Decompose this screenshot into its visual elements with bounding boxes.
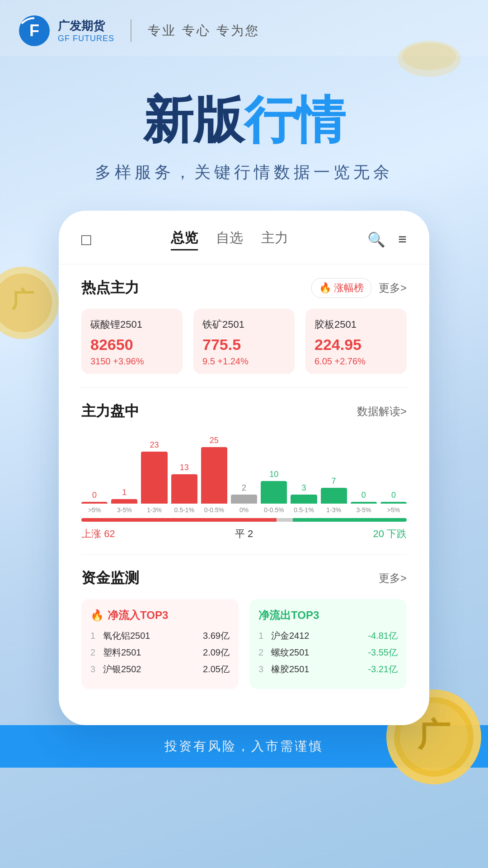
capital-more-link[interactable]: 更多>	[379, 571, 407, 585]
phone-mockup: □ 总览 自选 主力 🔍 ≡ 热点主力 🔥 涨幅榜 更多> 碳酸锂2501	[59, 211, 429, 725]
bar-9	[351, 502, 377, 504]
hot-card-1-change: 9.5 +1.24%	[202, 356, 286, 367]
chart-section-header: 主力盘中 数据解读>	[81, 401, 407, 421]
bar-chart: 0>5%13-5%231-3%130.5-1%250-0.5%20%100-0.…	[81, 432, 407, 514]
outflow-value-2: -3.21亿	[368, 663, 398, 675]
bar-4	[201, 447, 227, 504]
hot-card-1-name: 铁矿2501	[202, 318, 286, 331]
hot-card-0-name: 碳酸锂2501	[90, 318, 174, 331]
bar-label-bottom-6: 0-0.5%	[264, 506, 284, 514]
bar-label-bottom-3: 0.5-1%	[174, 506, 194, 514]
bar-6	[261, 481, 287, 504]
bar-group-1: 13-5%	[111, 488, 137, 514]
bar-group-9: 03-5%	[351, 491, 377, 514]
hero-subtitle: 多样服务，关键行情数据一览无余	[18, 161, 470, 184]
inflow-row-2: 3 沪银2502 2.05亿	[90, 663, 230, 675]
nav-tabs: 总览 自选 主力	[171, 229, 288, 250]
footer-text: 投资有风险，入市需谨慎	[164, 739, 324, 753]
outflow-rank-2: 3	[258, 664, 267, 675]
inflow-name-0: 氧化铝2501	[103, 630, 203, 642]
outflow-name-2: 橡胶2501	[271, 663, 368, 675]
outflow-card-title: 净流出TOP3	[258, 608, 398, 623]
bar-label-top-2: 23	[150, 440, 159, 450]
chart-more-link[interactable]: 数据解读>	[357, 404, 407, 419]
bar-label-bottom-9: 3-5%	[356, 506, 371, 514]
hot-card-1[interactable]: 铁矿2501 775.5 9.5 +1.24%	[193, 309, 295, 374]
bar-label-top-8: 7	[332, 476, 336, 486]
svg-text:F: F	[29, 21, 39, 40]
chart-legend: 上涨 62 平 2 20 下跌	[81, 527, 407, 541]
bar-label-bottom-8: 1-3%	[326, 506, 341, 514]
capital-section-title: 资金监测	[81, 568, 139, 588]
hot-card-1-price: 775.5	[202, 336, 286, 354]
hot-card-0-change: 3150 +3.96%	[90, 356, 174, 367]
outflow-name-1: 螺纹2501	[271, 646, 368, 659]
svg-text:广: 广	[417, 717, 450, 753]
hot-card-0[interactable]: 碳酸锂2501 82650 3150 +3.96%	[81, 309, 183, 374]
inflow-rank-2: 3	[90, 664, 99, 675]
chart-section: 主力盘中 数据解读> 0>5%13-5%231-3%130.5-1%250-0.…	[59, 388, 429, 554]
outflow-value-1: -3.55亿	[368, 646, 398, 659]
bar-label-top-4: 25	[210, 436, 219, 445]
hot-section: 热点主力 🔥 涨幅榜 更多> 碳酸锂2501 82650 3150 +3.96%…	[59, 264, 429, 387]
outflow-rank-1: 2	[258, 647, 267, 658]
inflow-value-1: 2.09亿	[203, 646, 230, 659]
tab-overview[interactable]: 总览	[171, 229, 198, 250]
menu-icon[interactable]: ≡	[398, 231, 407, 248]
folder-icon[interactable]: □	[81, 230, 91, 249]
bar-label-top-10: 0	[391, 491, 396, 500]
bar-2	[141, 452, 167, 504]
bar-label-top-3: 13	[180, 463, 189, 472]
hero-title-dark: 新版	[143, 92, 244, 148]
bar-label-bottom-5: 0%	[239, 506, 249, 514]
brand-name: 广发期货	[58, 18, 114, 34]
bar-group-2: 231-3%	[141, 440, 167, 514]
legend-rise: 上涨 62	[81, 527, 115, 541]
bar-label-top-0: 0	[92, 491, 97, 500]
bar-group-10: 0>5%	[380, 491, 407, 514]
legend-flat: 平 2	[235, 527, 253, 541]
tab-watchlist[interactable]: 自选	[216, 229, 243, 250]
capital-section: 资金监测 更多> 🔥 净流入TOP3 1 氧化铝2501 3.69亿 2 塑料2…	[59, 555, 429, 703]
hot-card-2-price: 224.95	[314, 336, 398, 354]
hot-more-link[interactable]: 更多>	[379, 281, 407, 295]
svg-point-3	[402, 43, 456, 70]
inflow-value-2: 2.05亿	[203, 663, 230, 675]
inflow-name-1: 塑料2501	[103, 646, 203, 659]
rise-badge[interactable]: 🔥 涨幅榜	[311, 278, 371, 298]
inflow-title-text: 净流入TOP3	[108, 608, 168, 623]
outflow-name-0: 沪金2412	[271, 630, 368, 642]
search-icon[interactable]: 🔍	[367, 231, 385, 248]
chart-section-title: 主力盘中	[81, 401, 139, 421]
phone-nav: □ 总览 自选 主力 🔍 ≡	[59, 229, 429, 264]
outflow-row-1: 2 螺纹2501 -3.55亿	[258, 646, 398, 659]
legend-flat-label: 平	[235, 528, 245, 539]
capital-inflow-card: 🔥 净流入TOP3 1 氧化铝2501 3.69亿 2 塑料2501 2.09亿…	[81, 599, 239, 689]
bar-0	[81, 502, 108, 504]
bar-label-top-5: 2	[242, 483, 246, 493]
inflow-card-title: 🔥 净流入TOP3	[90, 608, 230, 623]
bar-label-bottom-0: >5%	[88, 506, 101, 514]
bar-label-bottom-4: 0-0.5%	[204, 506, 224, 514]
legend-drop-value: 20	[373, 528, 384, 539]
bar-8	[321, 488, 347, 504]
inflow-row-1: 2 塑料2501 2.09亿	[90, 646, 230, 659]
legend-drop: 20 下跌	[373, 527, 407, 541]
inflow-rank-1: 2	[90, 647, 99, 658]
coin-top-right	[393, 36, 465, 81]
hot-card-2[interactable]: 胶板2501 224.95 6.05 +2.76%	[305, 309, 407, 374]
bar-group-8: 71-3%	[321, 476, 347, 514]
legend-rise-label: 上涨	[81, 528, 101, 539]
hot-card-2-name: 胶板2501	[314, 318, 398, 331]
tab-main[interactable]: 主力	[261, 229, 288, 250]
bar-group-3: 130.5-1%	[171, 463, 197, 514]
bar-1	[111, 499, 137, 504]
capital-outflow-card: 净流出TOP3 1 沪金2412 -4.81亿 2 螺纹2501 -3.55亿 …	[249, 599, 407, 689]
capital-cards: 🔥 净流入TOP3 1 氧化铝2501 3.69亿 2 塑料2501 2.09亿…	[81, 599, 407, 689]
bar-10	[380, 502, 407, 504]
bar-group-6: 100-0.5%	[261, 470, 287, 514]
legend-drop-label: 下跌	[387, 528, 407, 539]
bar-label-top-6: 10	[269, 470, 278, 479]
bar-group-0: 0>5%	[81, 491, 108, 514]
inflow-name-2: 沪银2502	[103, 663, 203, 675]
